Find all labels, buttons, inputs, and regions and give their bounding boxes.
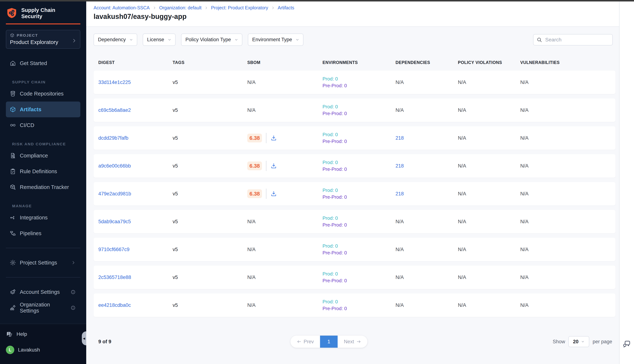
chevron-right-icon bbox=[71, 260, 76, 265]
sidebar-item-code-repositories[interactable]: Code Repositories bbox=[6, 86, 80, 102]
prev-page-button[interactable]: Prev bbox=[290, 336, 320, 348]
sidebar-item-compliance[interactable]: Compliance bbox=[6, 148, 80, 164]
column-header: POLICY VIOLATIONS bbox=[458, 60, 520, 65]
sidebar-bottom: ? Help L Lavakush bbox=[0, 324, 86, 364]
sbom-na: N/A bbox=[247, 274, 255, 280]
sidebar-item-label: Account Settings bbox=[20, 289, 60, 295]
divider bbox=[266, 188, 266, 199]
dependencies-link[interactable]: 218 bbox=[396, 163, 404, 168]
digest-link[interactable]: 2c5365718e88 bbox=[98, 274, 131, 280]
env-preprod: Pre-Prod: 0 bbox=[323, 222, 396, 228]
breadcrumb-link[interactable]: Account: Automation-SSCA bbox=[94, 5, 150, 10]
sbom-download-button[interactable] bbox=[270, 190, 277, 197]
policy-violations-value: N/A bbox=[458, 247, 466, 252]
project-selector[interactable]: PROJECT Product Exploratory bbox=[6, 30, 80, 49]
search-input[interactable] bbox=[533, 34, 613, 46]
repo-icon bbox=[10, 90, 16, 97]
sbom-na: N/A bbox=[247, 80, 255, 85]
table-row: a9c6e00c66bb v5 6.38 Prod: 0 Pre-Prod: 0… bbox=[94, 154, 615, 178]
sbom-score-cell: 6.38 bbox=[247, 161, 323, 171]
env-preprod: Pre-Prod: 0 bbox=[323, 277, 396, 284]
page-number-button[interactable]: 1 bbox=[320, 336, 338, 348]
breadcrumb-link[interactable]: Organization: default bbox=[159, 5, 202, 10]
chevron-right-icon bbox=[204, 6, 208, 10]
pagination-summary: 9 of 9 bbox=[98, 339, 111, 344]
page-size-control: Show 20 per page bbox=[553, 336, 612, 347]
sidebar-item-remediation-tracker[interactable]: Remediation Tracker bbox=[6, 179, 80, 195]
sidebar-item-label: Compliance bbox=[20, 153, 48, 159]
tag-value: v5 bbox=[173, 247, 178, 252]
vulnerabilities-value: N/A bbox=[520, 191, 528, 196]
right-gutter bbox=[619, 2, 634, 364]
breadcrumb-link[interactable]: Project: Product Exploratory bbox=[211, 5, 268, 10]
digest-link[interactable]: ee4218cdba0c bbox=[98, 302, 131, 308]
breadcrumb-link[interactable]: Artifacts bbox=[278, 5, 294, 10]
digest-link[interactable]: a9c6e00c66bb bbox=[98, 163, 131, 168]
page-size-select[interactable]: 20 bbox=[568, 336, 589, 347]
sidebar-item-pipelines[interactable]: Pipelines bbox=[6, 226, 80, 241]
app-title: Supply Chain Security bbox=[21, 7, 56, 20]
sidebar-item-label: Organization Settings bbox=[20, 302, 71, 314]
pagination-bar: 9 of 9 Prev 1 Next Show 20 per page bbox=[94, 336, 615, 348]
sbom-score-badge: 6.38 bbox=[247, 189, 262, 198]
column-header: DEPENDENCIES bbox=[396, 60, 458, 65]
filter-license[interactable]: License bbox=[143, 34, 176, 46]
filter-policy-violation-type[interactable]: Policy Violation Type bbox=[181, 34, 242, 46]
sidebar-item-artifacts[interactable]: Artifacts bbox=[6, 102, 80, 117]
filter-dependency[interactable]: Dependency bbox=[94, 34, 137, 46]
sidebar-item-account-settings[interactable]: Account Settings bbox=[6, 284, 80, 300]
chevron-right-icon bbox=[153, 6, 156, 10]
sidebar-item-user[interactable]: L Lavakush bbox=[6, 342, 80, 358]
chevron-down-icon bbox=[129, 38, 133, 42]
sidebar-item-integrations[interactable]: Integrations bbox=[6, 210, 80, 226]
sidebar-item-ci-cd[interactable]: CI/CD bbox=[6, 117, 80, 133]
vulnerabilities-value: N/A bbox=[520, 219, 528, 224]
chat-bubbles-icon[interactable] bbox=[622, 340, 631, 348]
filter-environment-type[interactable]: Environment Type bbox=[248, 34, 303, 46]
sidebar-collapse-handle[interactable]: ◀ bbox=[82, 332, 86, 345]
next-page-button[interactable]: Next bbox=[338, 336, 368, 348]
vulnerabilities-value: N/A bbox=[520, 302, 528, 308]
sidebar-item-rule-definitions[interactable]: Rule Definitions bbox=[6, 164, 80, 179]
env-preprod: Pre-Prod: 0 bbox=[323, 166, 396, 173]
sidebar-item-organization-settings[interactable]: Organization Settings bbox=[6, 300, 80, 316]
sidebar-item-label: CI/CD bbox=[20, 122, 34, 128]
sbom-score-cell: 6.38 bbox=[247, 188, 323, 199]
digest-link[interactable]: dcdd29b7fafb bbox=[98, 135, 128, 141]
sbom-score-cell: 6.38 bbox=[247, 133, 323, 143]
environments-cell: Prod: 0 Pre-Prod: 0 bbox=[323, 159, 396, 173]
sidebar-item-label: Get Started bbox=[20, 60, 47, 66]
pagination-pill: Prev 1 Next bbox=[290, 336, 367, 348]
digest-link[interactable]: 9710cf6667c9 bbox=[98, 247, 130, 252]
digest-link[interactable]: 5dab9caa79c5 bbox=[98, 219, 131, 224]
window-top-strip bbox=[0, 0, 634, 2]
sidebar-item-get-started[interactable]: Get Started bbox=[6, 55, 80, 71]
env-preprod: Pre-Prod: 0 bbox=[323, 110, 396, 117]
digest-link[interactable]: c69c5b6a8ae2 bbox=[98, 108, 131, 113]
dependencies-link[interactable]: 218 bbox=[396, 191, 404, 196]
search-icon bbox=[536, 37, 542, 43]
sbom-na: N/A bbox=[247, 247, 255, 252]
digest-link[interactable]: 479e2acd981b bbox=[98, 191, 131, 196]
shield-logo-icon bbox=[6, 7, 18, 19]
dependencies-link[interactable]: 218 bbox=[396, 135, 404, 141]
nav-divider bbox=[6, 277, 80, 278]
sidebar-nav: Get Started SUPPLY CHAIN Code Repositori… bbox=[0, 55, 86, 316]
app-switcher-grid-icon[interactable] bbox=[73, 9, 81, 16]
main-content: Dependency License Policy Violation Type… bbox=[86, 27, 619, 364]
sbom-download-button[interactable] bbox=[270, 135, 277, 141]
env-prod: Prod: 0 bbox=[323, 270, 396, 277]
chevron-down-icon bbox=[581, 340, 585, 344]
sidebar-item-project-settings[interactable]: Project Settings bbox=[6, 255, 80, 270]
table-row: dcdd29b7fafb v5 6.38 Prod: 0 Pre-Prod: 0… bbox=[94, 126, 615, 150]
env-prod: Prod: 0 bbox=[323, 215, 396, 222]
nav-section-title: RISK AND COMPLIANCE bbox=[12, 142, 86, 146]
env-preprod: Pre-Prod: 0 bbox=[323, 305, 396, 312]
column-header: TAGS bbox=[173, 60, 247, 65]
dependencies-na: N/A bbox=[396, 302, 404, 308]
sbom-download-button[interactable] bbox=[270, 162, 277, 169]
digest-link[interactable]: 33d114e1c225 bbox=[98, 80, 131, 85]
help-label: Help bbox=[17, 331, 27, 337]
sidebar-item-help[interactable]: ? Help bbox=[6, 326, 80, 342]
project-cube-icon bbox=[10, 33, 15, 38]
